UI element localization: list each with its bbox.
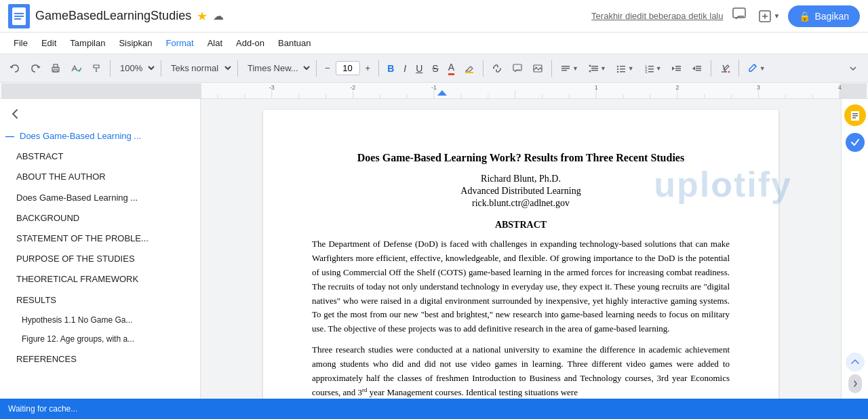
sidebar-toggle-button[interactable] bbox=[848, 374, 862, 393]
svg-rect-39 bbox=[840, 83, 867, 98]
sidebar-item-statement[interactable]: STATEMENT OF THE PROBLE... bbox=[0, 228, 200, 249]
svg-rect-35 bbox=[696, 68, 701, 69]
sidebar-item-about-author[interactable]: ABOUT THE AUTHOR bbox=[0, 167, 200, 187]
svg-text:3.: 3. bbox=[645, 70, 648, 74]
sidebar-item-label: Figure 12. Age groups, with a... bbox=[22, 334, 134, 344]
sidebar-item-results[interactable]: RESULTS bbox=[0, 290, 200, 311]
move-dropdown-icon: ▼ bbox=[774, 12, 781, 20]
sidebar-item-label: BACKGROUND bbox=[16, 213, 79, 223]
svg-rect-38 bbox=[201, 83, 867, 98]
font-size-decrease-button[interactable]: − bbox=[321, 60, 334, 76]
indent-decrease-button[interactable] bbox=[667, 60, 686, 77]
font-color-button[interactable]: A bbox=[444, 59, 458, 78]
svg-rect-18 bbox=[591, 70, 598, 71]
move-button[interactable]: ▼ bbox=[755, 6, 783, 26]
svg-rect-26 bbox=[648, 66, 654, 67]
sidebar-item-label: ABSTRACT bbox=[16, 151, 63, 161]
svg-rect-36 bbox=[696, 70, 701, 71]
svg-text:3: 3 bbox=[757, 83, 760, 90]
sidebar-item-label: THEORETICAL FRAMEWORK bbox=[16, 274, 138, 284]
font-select[interactable]: Times New... Arial Calibri bbox=[242, 61, 312, 75]
svg-rect-34 bbox=[696, 66, 701, 67]
align-button[interactable]: ▼ bbox=[556, 60, 583, 77]
undo-button[interactable] bbox=[5, 60, 24, 77]
sidebar-item-main-title[interactable]: Does Game-Based Learning ... bbox=[0, 126, 200, 146]
cloud-icon[interactable]: ☁ bbox=[213, 9, 224, 22]
svg-rect-17 bbox=[591, 68, 598, 69]
font-color-label: A bbox=[448, 62, 454, 75]
sidebar-item-references[interactable]: REFERENCES bbox=[0, 349, 200, 370]
sidebar-item-purpose[interactable]: PURPOSE OF THE STUDIES bbox=[0, 249, 200, 269]
toolbar-separator-6 bbox=[483, 60, 484, 77]
redo-button[interactable] bbox=[26, 60, 45, 77]
menu-format[interactable]: Format bbox=[161, 35, 199, 51]
font-size-increase-button[interactable]: + bbox=[361, 60, 375, 76]
notes-button[interactable] bbox=[844, 104, 866, 126]
svg-rect-37 bbox=[1, 83, 201, 98]
clear-format-button[interactable] bbox=[715, 60, 734, 77]
scroll-top-button[interactable] bbox=[846, 353, 865, 372]
sidebar-item-figure12[interactable]: Figure 12. Age groups, with a... bbox=[0, 330, 200, 349]
menu-help[interactable]: Bantuan bbox=[273, 35, 316, 51]
bullet-list-button[interactable]: ▼ bbox=[612, 60, 638, 77]
toolbar-separator-2 bbox=[161, 60, 161, 77]
style-select[interactable]: Teks normal Heading 1 Heading 2 Heading … bbox=[165, 61, 233, 75]
menu-tools[interactable]: Alat bbox=[202, 35, 228, 51]
paint-format-button[interactable] bbox=[87, 60, 106, 77]
menu-insert[interactable]: Sisipkan bbox=[113, 35, 157, 51]
font-size-input[interactable]: 10 bbox=[336, 61, 360, 75]
doc-title: Does Game-Based Learning Work? Results f… bbox=[312, 151, 730, 165]
docs-app-icon[interactable] bbox=[8, 4, 30, 28]
toolbar-separator-8 bbox=[711, 60, 711, 77]
sidebar-item-label: PURPOSE OF THE STUDIES bbox=[16, 254, 135, 264]
star-icon[interactable]: ★ bbox=[197, 9, 208, 24]
right-panel-btn-2[interactable] bbox=[844, 132, 866, 153]
menu-edit[interactable]: Edit bbox=[36, 35, 62, 51]
toolbar-separator-4 bbox=[316, 60, 317, 77]
title-bar: GameBasedLearningStudies ★ ☁ Terakhir di… bbox=[0, 0, 868, 33]
share-label: Bagikan bbox=[814, 11, 849, 22]
sidebar-item-abstract[interactable]: ABSTRACT bbox=[0, 146, 200, 167]
link-button[interactable] bbox=[488, 60, 507, 77]
toolbar-expand-button[interactable] bbox=[844, 60, 863, 77]
edit-mode-button[interactable]: ▼ bbox=[743, 60, 770, 77]
highlight-button[interactable] bbox=[460, 60, 479, 77]
share-button[interactable]: 🔒 Bagikan bbox=[788, 5, 860, 27]
sidebar-item-theoretical[interactable]: THEORETICAL FRAMEWORK bbox=[0, 269, 200, 290]
sidebar-item-label: RESULTS bbox=[16, 295, 56, 305]
svg-point-21 bbox=[617, 68, 618, 69]
document-page: uplotify Does Game-Based Learning Work? … bbox=[263, 110, 778, 399]
sidebar-item-background[interactable]: BACKGROUND bbox=[0, 208, 200, 228]
doc-area-outer: uplotify Does Game-Based Learning Work? … bbox=[201, 99, 868, 399]
italic-button[interactable]: I bbox=[399, 60, 410, 77]
svg-rect-73 bbox=[852, 113, 858, 115]
sidebar-item-does-game-2[interactable]: Does Game-Based Learning ... bbox=[0, 188, 200, 208]
image-button[interactable] bbox=[528, 60, 547, 77]
strikethrough-button[interactable]: S bbox=[428, 60, 442, 77]
menu-file[interactable]: File bbox=[8, 35, 33, 51]
svg-rect-24 bbox=[620, 71, 625, 73]
svg-text:4: 4 bbox=[838, 83, 842, 90]
abstract-paragraph-2: Three research studies were conducted at… bbox=[312, 343, 730, 399]
zoom-select[interactable]: 100% 75% 125% 150% bbox=[115, 61, 157, 75]
indent-increase-button[interactable] bbox=[688, 60, 707, 77]
underline-button[interactable]: U bbox=[412, 60, 427, 77]
abstract-heading: ABSTRACT bbox=[312, 220, 730, 231]
bold-button[interactable]: B bbox=[383, 60, 398, 77]
line-spacing-button[interactable]: ▼ bbox=[584, 60, 610, 77]
menu-view[interactable]: Tampilan bbox=[64, 35, 111, 51]
sidebar-back-button[interactable] bbox=[0, 104, 200, 126]
doc-author-name: Richard Blunt, Ph.D. bbox=[312, 174, 730, 184]
main-layout: Does Game-Based Learning ... ABSTRACT AB… bbox=[0, 99, 868, 399]
menu-addons[interactable]: Add-on bbox=[231, 35, 270, 51]
sidebar-item-label: REFERENCES bbox=[16, 354, 77, 364]
last-edited-label[interactable]: Terakhir diedit beberapa detik lalu bbox=[591, 11, 723, 21]
numbered-list-button[interactable]: 1.2.3. ▼ bbox=[639, 60, 666, 77]
print-button[interactable] bbox=[46, 60, 65, 77]
svg-rect-32 bbox=[675, 68, 681, 69]
svg-rect-33 bbox=[675, 70, 681, 71]
comment-insert-button[interactable] bbox=[508, 60, 527, 77]
sidebar-item-hypothesis[interactable]: Hypothesis 1.1 No Game Ga... bbox=[0, 311, 200, 330]
spellcheck-button[interactable] bbox=[66, 60, 85, 77]
comment-button[interactable] bbox=[729, 4, 749, 28]
